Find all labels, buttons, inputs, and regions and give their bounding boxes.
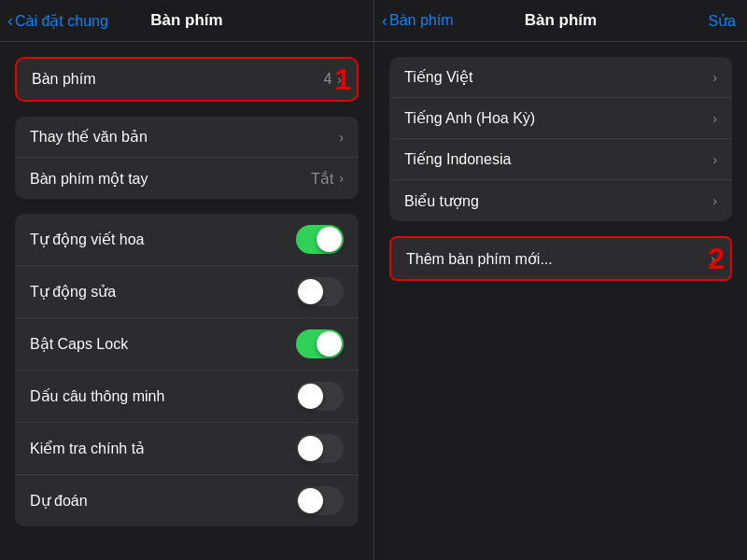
toggle-bat-caps-lock[interactable]: Bật Caps Lock	[15, 318, 359, 371]
step-number-2: 2	[708, 242, 725, 276]
toggle-tu-dong-viet-hoa[interactable]: Tự động viết hoa	[15, 214, 359, 266]
kiem-tra-toggle[interactable]	[296, 434, 344, 463]
toggle-knob-3	[317, 331, 342, 357]
right-content: Tiếng Việt › Tiếng Anh (Hoa Kỳ) › Tiếng …	[374, 42, 747, 560]
chevron-right-tieng-anh: ›	[712, 111, 717, 126]
tu-dong-viet-hoa-toggle[interactable]	[296, 225, 344, 254]
chevron-left-icon-right: ‹	[382, 12, 388, 29]
back-label-right: Bàn phím	[389, 12, 453, 29]
tieng-anh-label: Tiếng Anh (Hoa Kỳ)	[404, 109, 535, 127]
top-item-wrapper: Bàn phím 4 › 1	[15, 57, 359, 102]
step-number-1: 1	[334, 63, 351, 97]
du-doan-toggle[interactable]	[296, 486, 344, 515]
keyboard-count-value: 4	[323, 71, 331, 88]
kiem-tra-label: Kiểm tra chính tả	[30, 440, 145, 457]
toggle-group: Tự động viết hoa Tự động sửa Bật Caps Lo…	[0, 214, 374, 526]
list-item-tieng-viet[interactable]: Tiếng Việt ›	[389, 57, 732, 98]
left-content: Bàn phím 4 › 1 Thay thế văn bản ›	[0, 42, 374, 560]
toggle-knob-2	[298, 279, 323, 304]
add-keyboard-label: Thêm bàn phím mới...	[406, 250, 553, 268]
tu-dong-viet-hoa-label: Tự động viết hoa	[30, 231, 145, 248]
right-lang-group: Tiếng Việt › Tiếng Anh (Hoa Kỳ) › Tiếng …	[389, 57, 732, 221]
list-item-ban-phim-mot-tay[interactable]: Bàn phím một tay Tắt ›	[15, 158, 359, 199]
chevron-right-bieu-tuong: ›	[712, 193, 717, 208]
back-button-right[interactable]: ‹ Bàn phím	[382, 12, 453, 29]
thay-the-label: Thay thế văn bản	[30, 128, 148, 146]
du-doan-label: Dự đoán	[30, 492, 88, 510]
left-header-title: Bàn phím	[150, 11, 222, 30]
keyboard-count-group: Bàn phím 4 ›	[15, 57, 359, 102]
toggle-knob-6	[298, 488, 323, 513]
back-label-left: Cài đặt chung	[15, 12, 108, 30]
chevron-left-icon: ‹	[7, 12, 13, 29]
chevron-right-tieng-indonesia: ›	[712, 152, 717, 167]
tieng-indonesia-label: Tiếng Indonesia	[404, 150, 511, 168]
ban-phim-mot-tay-value: Tắt	[311, 170, 333, 188]
tieng-viet-label: Tiếng Việt	[404, 68, 472, 86]
left-header: ‹ Cài đặt chung Bàn phím	[0, 0, 374, 42]
bat-caps-lock-label: Bật Caps Lock	[30, 335, 128, 353]
list-item-bieu-tuong[interactable]: Biểu tượng ›	[389, 180, 732, 221]
back-button-left[interactable]: ‹ Cài đặt chung	[7, 12, 108, 30]
keyboard-count-label: Bàn phím	[32, 71, 95, 88]
right-panel: ‹ Bàn phím Bàn phím Sửa Tiếng Việt › Tiế…	[374, 0, 747, 560]
left-section-1: Thay thế văn bản › Bàn phím một tay Tắt …	[0, 117, 374, 199]
left-panel: ‹ Cài đặt chung Bàn phím Bàn phím 4 › 1	[0, 0, 374, 560]
tu-dong-sua-toggle[interactable]	[296, 277, 344, 306]
keyboard-count-item[interactable]: Bàn phím 4 ›	[17, 59, 357, 100]
sua-button[interactable]: Sửa	[708, 12, 736, 30]
list-item-tieng-anh[interactable]: Tiếng Anh (Hoa Kỳ) ›	[389, 98, 732, 139]
toggle-knob-5	[298, 436, 323, 461]
chevron-right-icon-2: ›	[339, 130, 344, 145]
toggle-knob	[317, 227, 342, 252]
right-header-title: Bàn phím	[525, 11, 597, 30]
add-keyboard-wrapper: Thêm bàn phím mới... › 2	[389, 236, 732, 281]
list-item-thay-the[interactable]: Thay thế văn bản ›	[15, 117, 359, 158]
ban-phim-mot-tay-right: Tắt ›	[311, 170, 344, 188]
right-header: ‹ Bàn phím Bàn phím Sửa	[374, 0, 747, 42]
add-keyboard-highlighted: Thêm bàn phím mới... ›	[389, 236, 732, 281]
tu-dong-sua-label: Tự động sửa	[30, 283, 116, 301]
thay-the-right: ›	[339, 130, 344, 145]
dau-cau-label: Dấu câu thông minh	[30, 387, 164, 405]
chevron-right-tieng-viet: ›	[712, 70, 717, 85]
left-group-1: Thay thế văn bản › Bàn phím một tay Tắt …	[15, 117, 359, 199]
bieu-tuong-label: Biểu tượng	[404, 192, 479, 210]
right-section-1: Tiếng Việt › Tiếng Anh (Hoa Kỳ) › Tiếng …	[374, 57, 747, 221]
ban-phim-mot-tay-label: Bàn phím một tay	[30, 170, 148, 188]
toggle-du-doan[interactable]: Dự đoán	[15, 475, 359, 526]
dau-cau-toggle[interactable]	[296, 382, 344, 411]
toggle-dau-cau[interactable]: Dấu câu thông minh	[15, 371, 359, 423]
toggle-tu-dong-sua[interactable]: Tự động sửa	[15, 266, 359, 318]
bat-caps-lock-toggle[interactable]	[296, 329, 344, 358]
list-item-tieng-indonesia[interactable]: Tiếng Indonesia ›	[389, 139, 732, 180]
list-item-add-keyboard[interactable]: Thêm bàn phím mới... ›	[391, 238, 730, 279]
toggle-kiem-tra[interactable]: Kiểm tra chính tả	[15, 423, 359, 475]
toggle-knob-4	[298, 384, 323, 409]
toggle-list-group: Tự động viết hoa Tự động sửa Bật Caps Lo…	[15, 214, 359, 526]
chevron-right-icon-3: ›	[339, 171, 344, 186]
